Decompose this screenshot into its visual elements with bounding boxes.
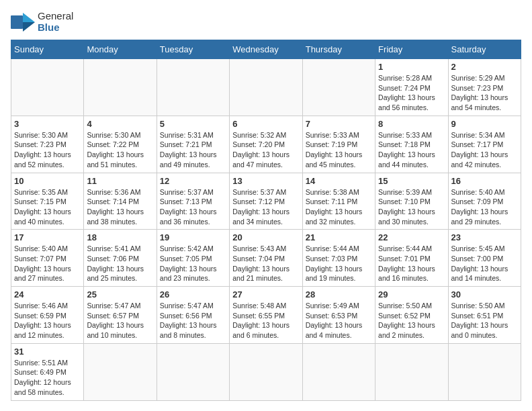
day-number: 7 — [306, 119, 372, 129]
day-cell: 4Sunrise: 5:30 AM Sunset: 7:22 PM Daylig… — [84, 116, 157, 173]
weekday-header-tuesday: Tuesday — [157, 40, 229, 59]
svg-marker-2 — [23, 22, 35, 32]
day-info: Sunrise: 5:44 AM Sunset: 7:01 PM Dayligh… — [378, 244, 445, 283]
day-number: 8 — [378, 119, 445, 129]
day-number: 15 — [378, 176, 445, 186]
svg-marker-1 — [23, 13, 35, 22]
day-info: Sunrise: 5:31 AM Sunset: 7:21 PM Dayligh… — [160, 130, 226, 170]
day-number: 6 — [232, 119, 299, 129]
day-number: 14 — [306, 176, 372, 186]
day-number: 16 — [451, 176, 518, 186]
day-cell — [157, 343, 229, 400]
day-number: 28 — [306, 289, 372, 300]
day-cell: 30Sunrise: 5:50 AM Sunset: 6:51 PM Dayli… — [448, 287, 521, 344]
day-cell: 16Sunrise: 5:40 AM Sunset: 7:09 PM Dayli… — [448, 173, 521, 230]
logo-text: General Blue — [38, 11, 73, 33]
weekday-header-friday: Friday — [375, 40, 448, 59]
day-number: 19 — [160, 232, 226, 242]
day-info: Sunrise: 5:50 AM Sunset: 6:51 PM Dayligh… — [451, 301, 518, 340]
day-info: Sunrise: 5:42 AM Sunset: 7:05 PM Dayligh… — [160, 244, 226, 283]
day-number: 24 — [14, 289, 81, 300]
day-number: 25 — [87, 289, 153, 300]
day-cell: 31Sunrise: 5:51 AM Sunset: 6:49 PM Dayli… — [11, 343, 84, 400]
day-cell — [11, 59, 84, 116]
day-info: Sunrise: 5:47 AM Sunset: 6:57 PM Dayligh… — [87, 301, 153, 340]
day-info: Sunrise: 5:47 AM Sunset: 6:56 PM Dayligh… — [160, 301, 226, 340]
day-number: 10 — [14, 176, 81, 186]
day-info: Sunrise: 5:28 AM Sunset: 7:24 PM Dayligh… — [378, 73, 445, 113]
weekday-header-monday: Monday — [84, 40, 157, 59]
svg-rect-0 — [11, 15, 23, 29]
day-info: Sunrise: 5:30 AM Sunset: 7:22 PM Dayligh… — [87, 130, 153, 170]
day-number: 21 — [306, 232, 372, 242]
day-cell — [302, 343, 375, 400]
day-cell: 21Sunrise: 5:44 AM Sunset: 7:03 PM Dayli… — [302, 230, 375, 287]
day-cell: 11Sunrise: 5:36 AM Sunset: 7:14 PM Dayli… — [84, 173, 157, 230]
day-cell: 24Sunrise: 5:46 AM Sunset: 6:59 PM Dayli… — [11, 287, 84, 344]
day-number: 18 — [87, 232, 153, 242]
week-row-6: 31Sunrise: 5:51 AM Sunset: 6:49 PM Dayli… — [11, 343, 521, 400]
logo: General Blue — [11, 11, 73, 33]
day-cell — [448, 343, 521, 400]
day-info: Sunrise: 5:29 AM Sunset: 7:23 PM Dayligh… — [451, 73, 518, 113]
day-number: 22 — [378, 232, 445, 242]
day-info: Sunrise: 5:32 AM Sunset: 7:20 PM Dayligh… — [232, 130, 299, 170]
logo-icon — [11, 13, 35, 32]
day-cell: 23Sunrise: 5:45 AM Sunset: 7:00 PM Dayli… — [448, 230, 521, 287]
day-info: Sunrise: 5:44 AM Sunset: 7:03 PM Dayligh… — [306, 244, 372, 283]
day-number: 11 — [87, 176, 153, 186]
day-info: Sunrise: 5:37 AM Sunset: 7:13 PM Dayligh… — [160, 187, 226, 227]
week-row-5: 24Sunrise: 5:46 AM Sunset: 6:59 PM Dayli… — [11, 287, 521, 344]
day-cell: 10Sunrise: 5:35 AM Sunset: 7:15 PM Dayli… — [11, 173, 84, 230]
day-info: Sunrise: 5:34 AM Sunset: 7:17 PM Dayligh… — [451, 130, 518, 170]
day-number: 17 — [14, 232, 81, 242]
day-info: Sunrise: 5:40 AM Sunset: 7:09 PM Dayligh… — [451, 187, 518, 227]
day-info: Sunrise: 5:41 AM Sunset: 7:06 PM Dayligh… — [87, 244, 153, 283]
day-number: 27 — [232, 289, 299, 300]
week-row-3: 10Sunrise: 5:35 AM Sunset: 7:15 PM Dayli… — [11, 173, 521, 230]
day-cell — [230, 59, 302, 116]
week-row-4: 17Sunrise: 5:40 AM Sunset: 7:07 PM Dayli… — [11, 230, 521, 287]
day-cell: 18Sunrise: 5:41 AM Sunset: 7:06 PM Dayli… — [84, 230, 157, 287]
day-number: 9 — [451, 119, 518, 129]
weekday-header-wednesday: Wednesday — [230, 40, 302, 59]
day-info: Sunrise: 5:46 AM Sunset: 6:59 PM Dayligh… — [14, 301, 81, 340]
day-cell: 22Sunrise: 5:44 AM Sunset: 7:01 PM Dayli… — [375, 230, 448, 287]
day-cell: 2Sunrise: 5:29 AM Sunset: 7:23 PM Daylig… — [448, 59, 521, 116]
day-cell: 17Sunrise: 5:40 AM Sunset: 7:07 PM Dayli… — [11, 230, 84, 287]
day-number: 3 — [14, 119, 81, 129]
day-cell — [375, 343, 448, 400]
header-row: SundayMondayTuesdayWednesdayThursdayFrid… — [11, 40, 521, 59]
day-number: 26 — [160, 289, 226, 300]
day-info: Sunrise: 5:48 AM Sunset: 6:55 PM Dayligh… — [232, 301, 299, 340]
day-info: Sunrise: 5:43 AM Sunset: 7:04 PM Dayligh… — [232, 244, 299, 283]
day-cell: 5Sunrise: 5:31 AM Sunset: 7:21 PM Daylig… — [157, 116, 229, 173]
week-row-1: 1Sunrise: 5:28 AM Sunset: 7:24 PM Daylig… — [11, 59, 521, 116]
day-cell: 13Sunrise: 5:37 AM Sunset: 7:12 PM Dayli… — [230, 173, 302, 230]
day-cell — [302, 59, 375, 116]
day-number: 31 — [14, 347, 81, 357]
day-number: 5 — [160, 119, 226, 129]
calendar-table: SundayMondayTuesdayWednesdayThursdayFrid… — [11, 40, 521, 401]
day-cell: 29Sunrise: 5:50 AM Sunset: 6:52 PM Dayli… — [375, 287, 448, 344]
day-cell — [84, 343, 157, 400]
day-number: 20 — [232, 232, 299, 242]
day-cell: 8Sunrise: 5:33 AM Sunset: 7:18 PM Daylig… — [375, 116, 448, 173]
day-cell: 27Sunrise: 5:48 AM Sunset: 6:55 PM Dayli… — [230, 287, 302, 344]
day-number: 13 — [232, 176, 299, 186]
calendar-body: 1Sunrise: 5:28 AM Sunset: 7:24 PM Daylig… — [11, 59, 521, 401]
day-info: Sunrise: 5:36 AM Sunset: 7:14 PM Dayligh… — [87, 187, 153, 227]
day-cell: 20Sunrise: 5:43 AM Sunset: 7:04 PM Dayli… — [230, 230, 302, 287]
day-cell: 28Sunrise: 5:49 AM Sunset: 6:53 PM Dayli… — [302, 287, 375, 344]
day-cell: 26Sunrise: 5:47 AM Sunset: 6:56 PM Dayli… — [157, 287, 229, 344]
day-cell: 25Sunrise: 5:47 AM Sunset: 6:57 PM Dayli… — [84, 287, 157, 344]
day-cell: 12Sunrise: 5:37 AM Sunset: 7:13 PM Dayli… — [157, 173, 229, 230]
day-number: 2 — [451, 62, 518, 72]
page-header: General Blue — [11, 11, 521, 33]
day-info: Sunrise: 5:37 AM Sunset: 7:12 PM Dayligh… — [232, 187, 299, 227]
day-cell: 15Sunrise: 5:39 AM Sunset: 7:10 PM Dayli… — [375, 173, 448, 230]
weekday-header-thursday: Thursday — [302, 40, 375, 59]
day-cell: 7Sunrise: 5:33 AM Sunset: 7:19 PM Daylig… — [302, 116, 375, 173]
week-row-2: 3Sunrise: 5:30 AM Sunset: 7:23 PM Daylig… — [11, 116, 521, 173]
day-cell — [230, 343, 302, 400]
